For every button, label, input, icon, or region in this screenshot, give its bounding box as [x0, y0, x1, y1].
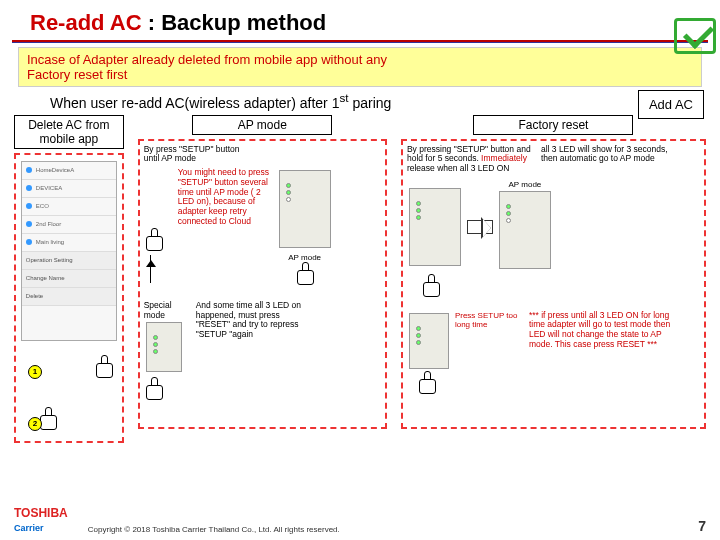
adapter-icon [279, 170, 331, 248]
brand-logo: TOSHIBA Carrier [14, 506, 68, 534]
col1-head: Delete AC from mobile app [14, 115, 124, 149]
badge-2: 2 [28, 417, 42, 431]
col3-star: *** if press until all 3 LED ON for long… [529, 311, 679, 350]
ap-mode-label: AP mode [277, 253, 333, 262]
col2-by: By press "SETUP" button until AP mode [144, 145, 254, 165]
special-label: Special mode [144, 301, 184, 321]
add-ac-button[interactable]: Add AC [638, 90, 704, 119]
ap-mode-label: AP mode [497, 180, 553, 189]
col3-r1: all 3 LED will show for 3 seconds, then … [541, 145, 686, 165]
badge-1: 1 [28, 365, 42, 379]
divider [12, 40, 708, 43]
check-icon [674, 18, 716, 54]
col3-box: By pressing "SETUP" button and hold for … [401, 139, 706, 429]
phone-mock: HomeDeviceA DEVICEA ECO 2nd Floor Main l… [21, 161, 117, 341]
footer: TOSHIBA Carrier Copyright © 2018 Toshiba… [14, 506, 706, 534]
highlight-note: Incase of Adapter already deleted from m… [18, 47, 702, 87]
adapter-icon [409, 188, 461, 266]
hand-icon [421, 274, 441, 298]
copyright: Copyright © 2018 Toshiba Carrier Thailan… [88, 525, 698, 534]
page-title: Re-add AC : Backup method [0, 0, 720, 40]
page-number: 7 [698, 518, 706, 534]
when-text: When user re-add AC(wireless adapter) af… [50, 91, 720, 111]
col3-head: Factory reset [473, 115, 633, 135]
hand-icon [144, 377, 164, 401]
hand-icon [94, 355, 114, 379]
hand-icon [144, 228, 164, 252]
hand-icon [295, 262, 315, 286]
col2-specialtext: And some time all 3 LED on happened, mus… [196, 301, 316, 340]
adapter-icon [146, 322, 182, 372]
arrow-right-icon [467, 220, 493, 234]
arrow-up-icon [150, 255, 160, 283]
col2-head: AP mode [192, 115, 332, 135]
col2-maytext: You might need to press "SETUP" button s… [178, 168, 273, 227]
col1-box: HomeDeviceA DEVICEA ECO 2nd Floor Main l… [14, 153, 124, 443]
adapter-icon [409, 313, 449, 369]
hand-icon [417, 371, 437, 395]
col2-box: By press "SETUP" button until AP mode Yo… [138, 139, 387, 429]
press-label: Press SETUP too long time [455, 311, 525, 329]
adapter-icon [499, 191, 551, 269]
